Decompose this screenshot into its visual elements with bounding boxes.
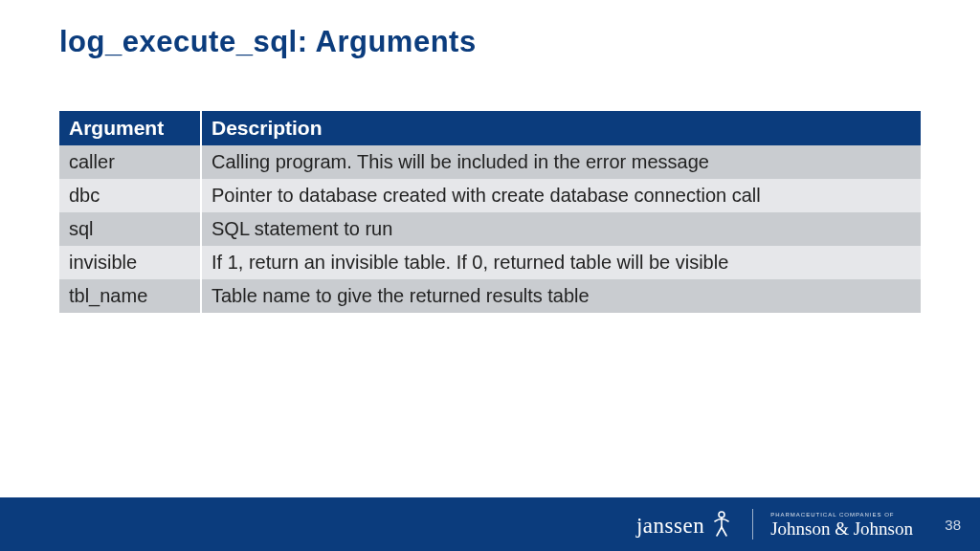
cell-argument: sql [59, 212, 201, 246]
page-title: log_execute_sql: Arguments [59, 25, 477, 59]
cell-description: Calling program. This will be included i… [201, 145, 921, 179]
page-number: 38 [944, 517, 961, 533]
janssen-figure-icon [708, 510, 735, 539]
janssen-logo: janssen [636, 510, 735, 539]
janssen-wordmark: janssen [636, 514, 704, 539]
footer-bar: janssen PHARMACEUTICAL COMPANIES OF John… [0, 497, 980, 551]
svg-point-0 [719, 512, 724, 518]
cell-argument: invisible [59, 246, 201, 279]
table-header-row: Argument Description [59, 111, 921, 145]
jj-tagline: PHARMACEUTICAL COMPANIES OF [770, 512, 894, 518]
cell-description: Pointer to database created with create … [201, 179, 921, 212]
johnson-and-johnson-logo: PHARMACEUTICAL COMPANIES OF Johnson & Jo… [770, 512, 913, 538]
cell-description: If 1, return an invisible table. If 0, r… [201, 246, 921, 279]
table-row: tbl_name Table name to give the returned… [59, 279, 921, 313]
table-row: dbc Pointer to database created with cre… [59, 179, 921, 212]
jj-wordmark: Johnson & Johnson [770, 519, 913, 538]
header-description: Description [201, 111, 921, 145]
cell-description: Table name to give the returned results … [201, 279, 921, 313]
cell-description: SQL statement to run [201, 212, 921, 246]
footer-divider [752, 509, 753, 540]
arguments-table: Argument Description caller Calling prog… [59, 111, 921, 313]
cell-argument: tbl_name [59, 279, 201, 313]
slide: log_execute_sql: Arguments Argument Desc… [0, 0, 980, 551]
cell-argument: dbc [59, 179, 201, 212]
table-row: sql SQL statement to run [59, 212, 921, 246]
header-argument: Argument [59, 111, 201, 145]
table-row: caller Calling program. This will be inc… [59, 145, 921, 179]
table-row: invisible If 1, return an invisible tabl… [59, 246, 921, 279]
cell-argument: caller [59, 145, 201, 179]
